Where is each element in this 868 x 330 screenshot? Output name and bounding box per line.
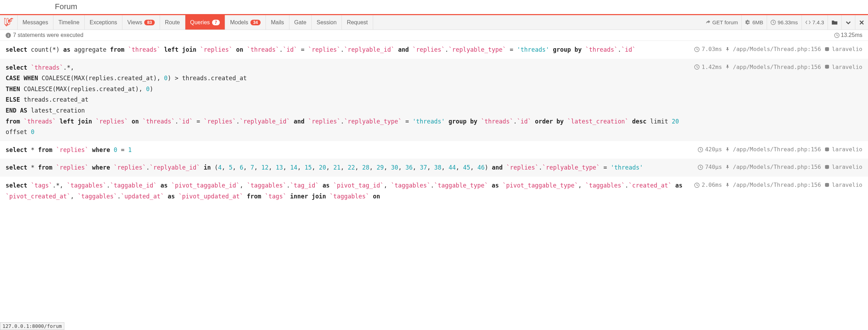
share-icon <box>705 20 710 25</box>
pin-icon[interactable] <box>725 183 730 188</box>
close-button[interactable] <box>855 15 868 30</box>
database-icon <box>824 47 830 52</box>
database-icon <box>824 183 830 188</box>
summary-bar: i 7 statements were executed 13.25ms <box>0 30 868 41</box>
debugbar-tabs: Messages Timeline Exceptions Views83 Rou… <box>0 15 868 30</box>
query-list: select count(*) as aggregate from `threa… <box>0 41 868 205</box>
query-sql: select * from `replies` where `replies`.… <box>6 162 691 173</box>
query-meta: 2.06ms/app/Models/Thread.php:156laraveli… <box>694 180 862 190</box>
tab-queries[interactable]: Queries7 <box>185 15 225 30</box>
meta-request[interactable]: GET forum <box>702 15 741 30</box>
queries-badge: 7 <box>212 20 220 25</box>
query-row[interactable]: select * from `replies` where 0 = 1420µs… <box>0 141 868 159</box>
code-icon <box>805 20 811 25</box>
clock-icon <box>694 183 700 188</box>
collapse-button[interactable] <box>841 15 855 30</box>
pin-icon[interactable] <box>725 147 730 152</box>
info-icon: i <box>6 33 11 38</box>
query-row[interactable]: select count(*) as aggregate from `threa… <box>0 41 868 59</box>
meta-memory: 6MB <box>741 15 767 30</box>
meta-php: 7.4.3 <box>802 15 828 30</box>
query-time: 1.42ms <box>702 62 722 72</box>
tab-route[interactable]: Route <box>160 15 185 30</box>
database-icon <box>824 165 830 170</box>
query-file: /app/Models/Thread.php:156 <box>733 44 821 55</box>
clock-icon <box>771 20 776 25</box>
query-file: /app/Models/Thread.php:156 <box>733 180 821 190</box>
query-sql: select `tags`.*, `taggables`.`taggable_i… <box>6 180 687 202</box>
clock-icon <box>834 33 840 38</box>
tab-timeline[interactable]: Timeline <box>53 15 85 30</box>
query-sql: select * from `replies` where 0 = 1 <box>6 145 691 156</box>
database-icon <box>824 147 830 152</box>
query-time: 740µs <box>705 162 722 172</box>
pin-icon[interactable] <box>725 47 730 52</box>
tab-gate[interactable]: Gate <box>289 15 312 30</box>
summary-text: 7 statements were executed <box>13 32 83 38</box>
tab-messages[interactable]: Messages <box>18 15 53 30</box>
query-meta: 420µs/app/Models/Thread.php:156laravelio <box>698 145 862 155</box>
tab-exceptions[interactable]: Exceptions <box>85 15 122 30</box>
query-row[interactable]: select * from `replies` where `replies`.… <box>0 159 868 177</box>
views-badge: 83 <box>144 20 154 25</box>
query-row[interactable]: select `tags`.*, `taggables`.`taggable_i… <box>0 177 868 205</box>
tab-request[interactable]: Request <box>342 15 373 30</box>
total-time: 13.25ms <box>841 32 862 38</box>
clock-icon <box>694 64 700 70</box>
query-file: /app/Models/Thread.php:156 <box>733 145 821 155</box>
query-sql: select `threads`.*, CASE WHEN COALESCE(M… <box>6 62 687 138</box>
laravel-logo <box>0 15 18 30</box>
query-time: 7.03ms <box>702 44 722 55</box>
query-time: 420µs <box>705 145 722 155</box>
query-time: 2.06ms <box>702 180 722 190</box>
query-file: /app/Models/Thread.php:156 <box>733 62 821 72</box>
query-connection: laravelio <box>832 62 862 72</box>
laravel-icon <box>4 18 13 27</box>
folder-button[interactable] <box>828 15 841 30</box>
tab-mails[interactable]: Mails <box>266 15 289 30</box>
clock-icon <box>698 165 703 170</box>
clock-icon <box>698 147 703 152</box>
pin-icon[interactable] <box>725 165 730 170</box>
folder-icon <box>831 19 838 26</box>
tab-views[interactable]: Views83 <box>122 15 160 30</box>
svg-text:i: i <box>8 33 9 37</box>
query-connection: laravelio <box>832 145 862 155</box>
query-sql: select count(*) as aggregate from `threa… <box>6 44 687 55</box>
gear-icon <box>745 20 751 25</box>
clock-icon <box>694 47 700 52</box>
page-title: Forum <box>0 0 868 14</box>
query-file: /app/Models/Thread.php:156 <box>733 162 821 172</box>
query-meta: 740µs/app/Models/Thread.php:156laravelio <box>698 162 862 172</box>
close-icon <box>859 20 864 25</box>
meta-time: 96.33ms <box>767 15 802 30</box>
tab-models[interactable]: Models34 <box>225 15 266 30</box>
models-badge: 34 <box>250 20 261 25</box>
query-connection: laravelio <box>832 180 862 190</box>
query-connection: laravelio <box>832 162 862 172</box>
query-connection: laravelio <box>832 44 862 55</box>
spacer <box>373 15 702 30</box>
tab-session[interactable]: Session <box>312 15 342 30</box>
pin-icon[interactable] <box>725 64 730 70</box>
query-row[interactable]: select `threads`.*, CASE WHEN COALESCE(M… <box>0 59 868 141</box>
query-meta: 1.42ms/app/Models/Thread.php:156laraveli… <box>694 62 862 72</box>
query-meta: 7.03ms/app/Models/Thread.php:156laraveli… <box>694 44 862 55</box>
database-icon <box>824 64 830 70</box>
chevron-down-icon <box>845 19 851 26</box>
